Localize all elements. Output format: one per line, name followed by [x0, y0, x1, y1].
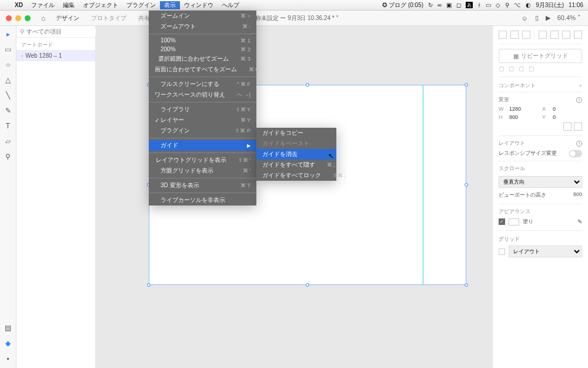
ime-icon[interactable]: あ: [466, 2, 473, 8]
info-icon[interactable]: i: [576, 141, 582, 147]
menu-fit-all[interactable]: 画面に合わせてすべてをズーム⌘ 0: [149, 64, 256, 75]
zoom-tool[interactable]: ⚲: [4, 152, 13, 161]
tab-design[interactable]: デザイン: [50, 14, 85, 22]
resize-handle[interactable]: [465, 283, 468, 287]
creative-cloud-icon[interactable]: ∞: [437, 2, 442, 8]
menu-layout-grid[interactable]: レイアウトグリッドを表示⇧⌘ ': [149, 155, 256, 165]
battery-icon[interactable]: ▭: [486, 2, 491, 8]
guide-vertical[interactable]: [423, 85, 423, 284]
fill-swatch[interactable]: [509, 218, 519, 226]
siri-icon[interactable]: ◐: [526, 2, 531, 8]
menu-100[interactable]: 100%⌘ 1: [149, 36, 256, 45]
fill-checkbox[interactable]: ✓: [499, 218, 505, 225]
ellipse-tool[interactable]: ○: [4, 60, 13, 69]
info-icon[interactable]: i: [576, 97, 582, 103]
rotate-icon[interactable]: [563, 122, 572, 131]
menu-fullscreen[interactable]: フルスクリーンにする⌃⌘ F: [149, 79, 256, 89]
pen-tool[interactable]: ✎: [4, 106, 13, 115]
align-top-icon[interactable]: [539, 31, 547, 39]
boolean-add-icon[interactable]: ▢: [499, 65, 504, 72]
minimize-window-button[interactable]: [15, 15, 21, 21]
y-input[interactable]: 0: [553, 114, 582, 120]
flip-icon[interactable]: [574, 122, 582, 131]
grid-select[interactable]: レイアウト: [509, 246, 582, 257]
menu-library[interactable]: ライブラリ⇧⌘ Y: [149, 104, 256, 115]
align-right-icon[interactable]: [522, 31, 530, 39]
submenu-clear-guides[interactable]: ガイドを消去: [256, 149, 336, 160]
add-component-button[interactable]: +: [579, 83, 582, 89]
select-tool[interactable]: ▸: [4, 29, 13, 39]
device-preview-icon[interactable]: ▯: [535, 14, 539, 22]
align-bottom-icon[interactable]: [562, 31, 570, 39]
artboard-tool[interactable]: ▱: [4, 137, 13, 146]
line-tool[interactable]: ╲: [4, 91, 13, 100]
plugins-icon[interactable]: ▪: [4, 354, 13, 363]
menu-zoom-out[interactable]: ズームアウト⌘ -: [149, 21, 256, 32]
control-center-icon[interactable]: ⌥: [514, 2, 521, 8]
boolean-exclude-icon[interactable]: ▢: [529, 65, 534, 72]
responsive-toggle[interactable]: [569, 150, 582, 157]
resize-handle[interactable]: [465, 83, 468, 87]
align-center-v-icon[interactable]: [550, 31, 559, 39]
submenu-lock-all-guides[interactable]: ガイドをすべてロック⇧⌘ ;: [256, 170, 336, 181]
screen-icon[interactable]: ◻: [456, 2, 461, 8]
polygon-tool[interactable]: △: [4, 75, 13, 85]
sync-icon[interactable]: ↻: [428, 2, 433, 8]
text-tool[interactable]: T: [4, 121, 13, 131]
submenu-copy-guides[interactable]: ガイドをコピー: [256, 128, 336, 138]
menu-window[interactable]: ウィンドウ: [180, 1, 218, 9]
menu-edit[interactable]: 編集: [59, 1, 79, 9]
zoom-window-button[interactable]: [25, 15, 31, 21]
menu-200[interactable]: 200%⌘ 2: [149, 45, 256, 54]
libraries-icon[interactable]: ▤: [4, 323, 13, 333]
align-left-icon[interactable]: [499, 31, 507, 39]
menu-plugin[interactable]: プラグイン: [122, 1, 160, 9]
layer-item[interactable]: Web 1280 – 1: [16, 50, 95, 61]
repeat-grid-button[interactable]: ▦ リピートグリッド: [499, 49, 582, 63]
menu-guides[interactable]: ガイド▶: [149, 140, 256, 151]
close-window-button[interactable]: [6, 15, 12, 21]
menubar-date[interactable]: 9月3日(土): [536, 1, 564, 9]
app-menu[interactable]: XD: [11, 2, 27, 8]
menu-3d-transform[interactable]: 3D 変形を表示⌘ T: [149, 180, 256, 191]
menu-layers[interactable]: ✓レイヤー⌘ Y: [149, 115, 256, 125]
document-title[interactable]: 名称未設定 ー 9月3日 10.36.24 * ˅: [249, 14, 339, 22]
resize-handle[interactable]: [465, 183, 468, 187]
menu-plugins[interactable]: プラグイン⇧⌘ P: [149, 125, 256, 136]
boolean-subtract-icon[interactable]: ▢: [509, 65, 514, 72]
menu-help[interactable]: ヘルプ: [218, 1, 243, 9]
user-icon[interactable]: ☺: [522, 15, 528, 22]
bluetooth-icon[interactable]: ᚼ: [477, 2, 481, 8]
menu-view[interactable]: 表示: [160, 1, 180, 9]
play-button[interactable]: ▶: [546, 14, 550, 22]
menu-workspace[interactable]: ワークスペースの切り替えヘ →|: [149, 89, 256, 100]
submenu-hide-all-guides[interactable]: ガイドをすべて隠す⌘ ;: [256, 160, 336, 170]
menu-square-grid[interactable]: 方眼グリッドを表示⌘ ': [149, 165, 256, 176]
distribute-icon[interactable]: [574, 31, 582, 39]
align-center-h-icon[interactable]: [510, 31, 519, 39]
spotlight-icon[interactable]: ⚲: [505, 2, 509, 8]
menu-file[interactable]: ファイル: [27, 1, 59, 9]
w-input[interactable]: 1280: [509, 106, 539, 112]
boolean-intersect-icon[interactable]: ▢: [519, 65, 524, 72]
zoom-level[interactable]: 60.4% ˅: [557, 14, 581, 22]
blog-status[interactable]: ✪ ブログ (0:05): [382, 1, 423, 9]
wifi-icon[interactable]: ◇: [496, 2, 500, 8]
rectangle-tool[interactable]: ▭: [4, 45, 13, 54]
grid-checkbox[interactable]: [499, 248, 505, 255]
layers-icon[interactable]: ◆: [4, 339, 13, 348]
home-icon[interactable]: ⌂: [41, 14, 45, 22]
viewport-input[interactable]: 800: [573, 191, 582, 199]
menu-object[interactable]: オブジェクト: [79, 1, 122, 9]
tray-icon[interactable]: ▣: [446, 2, 452, 8]
eyedropper-icon[interactable]: ✎: [577, 218, 582, 225]
search-input[interactable]: [26, 28, 101, 35]
h-input[interactable]: 800: [509, 114, 539, 120]
menu-zoom-in[interactable]: ズームイン⌘ =: [149, 11, 256, 21]
menubar-time[interactable]: 11:06: [569, 2, 583, 8]
resize-handle[interactable]: [147, 283, 151, 287]
tab-prototype[interactable]: プロトタイプ: [85, 14, 132, 22]
scroll-select[interactable]: 垂直方向: [499, 176, 582, 188]
resize-handle[interactable]: [306, 283, 309, 287]
x-input[interactable]: 0: [553, 106, 582, 112]
